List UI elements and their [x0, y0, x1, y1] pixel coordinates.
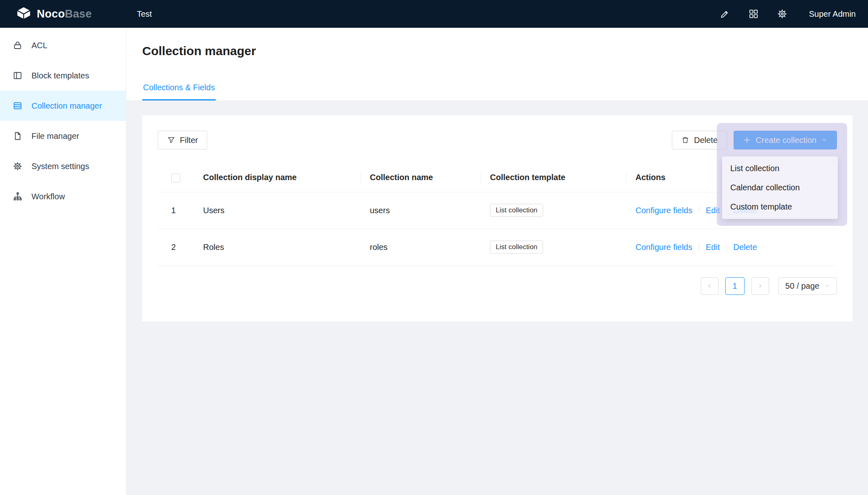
topbar: NocoBase Test Super Admin	[0, 0, 868, 28]
menu-item-list-collection[interactable]: List collection	[722, 159, 838, 178]
gear-icon	[13, 161, 22, 171]
chevron-left-icon	[706, 283, 713, 289]
sidebar-item-label: Workflow	[31, 192, 65, 201]
topnav-item-test[interactable]: Test	[126, 0, 163, 28]
action-divider	[699, 243, 699, 251]
workflow-icon	[13, 192, 22, 201]
template-tag: List collection	[490, 204, 543, 217]
page-header: Collection manager Collections & Fields	[126, 28, 868, 101]
sidebar-item-system-settings[interactable]: System settings	[0, 151, 126, 181]
layout-icon	[13, 71, 22, 80]
toolbar-right: Delete Create collection	[672, 131, 837, 149]
cell-collection-name: roles	[360, 229, 481, 265]
cell-collection-template: List collection	[481, 192, 626, 229]
delete-button-label: Delete	[694, 136, 718, 145]
plus-icon	[743, 136, 751, 144]
edit-link[interactable]: Edit	[706, 243, 720, 252]
create-collection-label: Create collection	[756, 136, 817, 145]
column-header-collection-template: Collection template	[481, 163, 626, 192]
cell-display-name: Users	[194, 192, 360, 229]
plugins-grid-icon[interactable]	[748, 9, 759, 19]
sidebar-item-workflow[interactable]: Workflow	[0, 181, 126, 212]
row-index: 1	[158, 192, 194, 229]
sidebar-item-collection-manager[interactable]: Collection manager	[0, 91, 126, 121]
chevron-right-icon	[757, 283, 763, 289]
delete-link[interactable]: Delete	[733, 243, 757, 252]
menu-item-calendar-collection[interactable]: Calendar collection	[722, 178, 838, 197]
ui-editor-pen-icon[interactable]	[720, 9, 730, 19]
nocobase-logo-icon	[16, 6, 32, 22]
brand-primary: Noco	[37, 8, 65, 20]
create-collection-dropdown: List collection Calendar collection Cust…	[722, 156, 838, 219]
chevron-down-icon	[821, 137, 828, 143]
lock-icon	[13, 40, 22, 50]
sidebar-item-block-templates[interactable]: Block templates	[0, 60, 126, 91]
template-tag: List collection	[490, 241, 543, 254]
brand-secondary: Base	[65, 8, 92, 20]
pagination-next-button[interactable]	[752, 277, 769, 295]
configure-fields-link[interactable]: Configure fields	[635, 243, 692, 252]
toolbar: Filter Delete Create collection	[158, 131, 837, 149]
cell-display-name: Roles	[194, 229, 360, 265]
action-divider	[726, 243, 727, 251]
chevron-down-icon	[824, 283, 830, 289]
brand-text: NocoBase	[37, 8, 92, 20]
cell-actions: Configure fieldsEditDelete	[626, 229, 837, 265]
column-header-display-name: Collection display name	[194, 163, 360, 192]
topbar-actions: Super Admin	[720, 9, 868, 19]
create-collection-button[interactable]: Create collection	[734, 131, 837, 149]
cell-collection-template: List collection	[481, 229, 626, 265]
filter-button-label: Filter	[180, 136, 198, 145]
filter-button[interactable]: Filter	[158, 131, 207, 149]
delete-button[interactable]: Delete	[672, 131, 727, 149]
settings-gear-icon[interactable]	[777, 9, 787, 19]
tab-bar: Collections & Fields	[142, 83, 852, 100]
table-row: 2 Roles roles List collection Configure …	[158, 229, 837, 265]
select-all-checkbox[interactable]	[171, 174, 180, 183]
filter-funnel-icon	[167, 136, 175, 144]
page-size-value: 50 / page	[785, 281, 819, 291]
cell-collection-name: users	[360, 192, 481, 229]
row-index: 2	[158, 229, 194, 265]
user-menu[interactable]: Super Admin	[809, 9, 856, 19]
configure-fields-link[interactable]: Configure fields	[635, 206, 692, 215]
sidebar-item-label: File manager	[31, 132, 79, 141]
pagination-page-1[interactable]: 1	[725, 277, 745, 295]
app-window: NocoBase Test Super Admin ACL	[0, 0, 868, 495]
table-icon	[13, 101, 22, 111]
edit-link[interactable]: Edit	[706, 206, 720, 215]
page-size-select[interactable]: 50 / page	[779, 277, 837, 295]
pagination: 1 50 / page	[158, 277, 837, 295]
sidebar-item-label: Block templates	[31, 71, 89, 80]
sidebar-item-file-manager[interactable]: File manager	[0, 121, 126, 151]
tab-collections-fields[interactable]: Collections & Fields	[142, 83, 216, 100]
trash-icon	[681, 136, 689, 144]
sidebar-item-label: Collection manager	[31, 101, 102, 111]
action-divider	[699, 207, 699, 214]
column-header-collection-name: Collection name	[360, 163, 481, 192]
page-title: Collection manager	[142, 44, 852, 58]
menu-item-custom-template[interactable]: Custom template	[722, 197, 838, 216]
sidebar-item-label: ACL	[31, 41, 47, 50]
sidebar-item-label: System settings	[31, 162, 89, 171]
sidebar: ACL Block templates Collection manager F…	[0, 28, 126, 495]
pagination-prev-button[interactable]	[701, 277, 718, 295]
sidebar-item-acl[interactable]: ACL	[0, 30, 126, 60]
file-icon	[13, 131, 22, 141]
brand[interactable]: NocoBase	[0, 6, 126, 22]
